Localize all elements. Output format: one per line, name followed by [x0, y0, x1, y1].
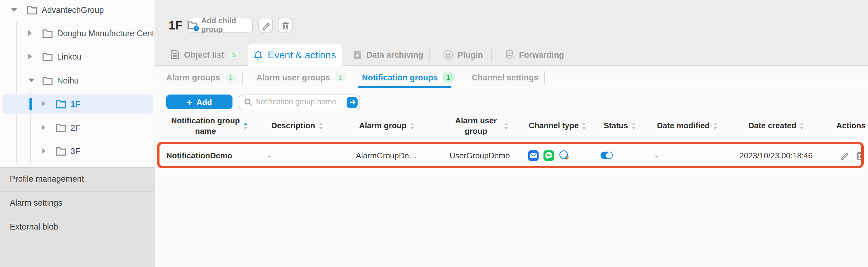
tree-item-2f[interactable]: 2F: [0, 118, 155, 138]
search-input[interactable]: [255, 96, 341, 108]
column-header-status[interactable]: Status: [592, 114, 647, 139]
sort-arrows[interactable]: [632, 123, 636, 129]
caret-right-icon[interactable]: [42, 101, 45, 107]
tab-object-list[interactable]: Object list 5: [170, 43, 240, 66]
cell-date-modified: -: [647, 143, 727, 168]
sort-arrows[interactable]: [713, 123, 717, 129]
main-tabbar: Object list 5 Event & actions Data archi…: [155, 43, 868, 66]
subtab-count-badge: 1: [335, 73, 346, 82]
subtab-count-badge: 1: [443, 73, 454, 82]
tree-item-label: Donghu Manufacture Center: [57, 29, 155, 38]
arrow-right-icon: [349, 99, 355, 106]
sidebar: AdvantechGroup Donghu Manufacture Center…: [0, 0, 155, 267]
subtab-notification-groups[interactable]: Notification groups 1: [362, 66, 454, 88]
sidebar-item-profile-management[interactable]: Profile management: [0, 168, 155, 191]
tab-data-archiving[interactable]: Data archiving: [353, 43, 423, 66]
tree-item-advantechgroup[interactable]: AdvantechGroup: [0, 0, 155, 20]
folder-icon: [27, 5, 37, 14]
document-icon: [170, 50, 180, 60]
tree-item-donghu[interactable]: Donghu Manufacture Center: [0, 23, 155, 43]
email-channel-icon: [528, 150, 538, 160]
cell-actions: [825, 143, 868, 168]
subtab-label: Notification groups: [362, 73, 438, 82]
add-notification-group-button[interactable]: + Add: [166, 94, 232, 109]
pencil-icon: [261, 21, 270, 30]
delete-row-icon[interactable]: [855, 151, 864, 160]
subtab-channel-settings[interactable]: Channel settings: [472, 66, 538, 88]
sort-arrows[interactable]: [410, 123, 414, 129]
caret-right-icon[interactable]: [28, 30, 32, 36]
plug-icon: [443, 50, 453, 60]
folder-icon: [56, 146, 66, 156]
sort-arrows[interactable]: [583, 123, 586, 129]
subtab-label: Alarm groups: [166, 73, 220, 82]
caret-right-icon[interactable]: [28, 53, 32, 60]
svg-text:LINE: LINE: [545, 153, 552, 156]
caret-right-icon[interactable]: [42, 148, 45, 154]
folder-plus-icon: +: [188, 21, 197, 30]
tree-item-3f[interactable]: 3F: [0, 141, 155, 161]
cell-date-created: 2023/10/23 00:18:46: [727, 143, 825, 168]
status-toggle-on[interactable]: [600, 152, 613, 159]
tab-forwarding[interactable]: Forwarding: [505, 43, 564, 66]
toggle-knob: [606, 152, 612, 158]
tab-label: Data archiving: [366, 50, 423, 59]
tree-item-1f[interactable]: 1F: [0, 94, 155, 114]
sort-arrows[interactable]: [504, 123, 508, 129]
add-button-label: Add: [196, 97, 212, 107]
folder-icon: [56, 123, 66, 132]
edit-group-button[interactable]: [258, 18, 273, 32]
edit-row-icon[interactable]: [840, 151, 849, 160]
search-icon: [244, 98, 252, 106]
delete-group-button[interactable]: [278, 18, 292, 32]
sidebar-bottom-menu: Profile management Alarm settings Extern…: [0, 167, 155, 267]
database-forward-icon: [505, 50, 515, 60]
group-header: 1F + Add child group: [155, 0, 868, 43]
sort-arrows[interactable]: [244, 123, 247, 129]
column-header-alarm-user-group[interactable]: Alarm user group: [437, 114, 523, 139]
column-header-notification-group-name[interactable]: Notification group name: [161, 114, 258, 139]
subtab-alarm-user-groups[interactable]: Alarm user groups 1: [256, 66, 346, 88]
caret-down-icon[interactable]: [11, 8, 17, 12]
cell-channel-type: LINE: [523, 143, 592, 168]
tree-item-label: 1F: [70, 99, 80, 108]
subtab-label: Channel settings: [472, 73, 538, 82]
tab-label: Object list: [184, 50, 224, 59]
menu-item-label: Profile management: [10, 175, 84, 184]
main-content: 1F + Add child group Object list 5: [155, 0, 868, 267]
subtab-label: Alarm user groups: [256, 73, 330, 82]
tab-plugin[interactable]: Plugin: [443, 43, 483, 66]
column-header-description[interactable]: Description: [258, 114, 336, 139]
sidebar-item-external-blob[interactable]: External blob: [0, 215, 155, 238]
column-header-channel-type[interactable]: Channel type: [523, 114, 592, 139]
add-child-group-button[interactable]: + Add child group: [187, 18, 253, 32]
caret-down-icon[interactable]: [28, 79, 34, 82]
column-header-date-modified[interactable]: Date modified: [647, 114, 727, 139]
search-submit-button[interactable]: [347, 97, 358, 108]
folder-icon: [42, 52, 53, 61]
sort-arrows[interactable]: [319, 123, 323, 129]
column-header-alarm-group[interactable]: Alarm group: [336, 114, 437, 139]
cell-status: [592, 143, 647, 168]
line-channel-icon: LINE: [544, 150, 554, 160]
table-header: Notification group name Description Alar…: [161, 114, 868, 139]
tab-event-actions[interactable]: Event & actions: [248, 43, 342, 66]
table-row[interactable]: NotificationDemo - AlarmGroupDe… UserGro…: [161, 143, 868, 168]
sort-arrows[interactable]: [800, 123, 804, 129]
sidebar-item-alarm-settings[interactable]: Alarm settings: [0, 191, 155, 215]
cell-alarm-user-group: UserGroupDemo: [437, 143, 523, 168]
subtab-divider: [544, 71, 545, 84]
caret-right-icon[interactable]: [42, 125, 45, 131]
search-box: [239, 94, 360, 109]
tree-item-neihu[interactable]: Neihu: [0, 70, 155, 90]
tree-item-linkou[interactable]: Linkou: [0, 47, 155, 66]
column-header-date-created[interactable]: Date created: [727, 114, 825, 139]
subtab-divider: [350, 71, 350, 84]
tree-item-label: AdvantechGroup: [42, 5, 104, 14]
sub-tabbar: Alarm groups 1 Alarm user groups 1 Notif…: [155, 66, 868, 88]
wecom-channel-icon: [559, 150, 570, 161]
folder-icon: [56, 99, 66, 108]
trash-icon: [281, 21, 290, 30]
subtab-alarm-groups[interactable]: Alarm groups 1: [166, 66, 236, 88]
cell-description: -: [258, 143, 336, 168]
